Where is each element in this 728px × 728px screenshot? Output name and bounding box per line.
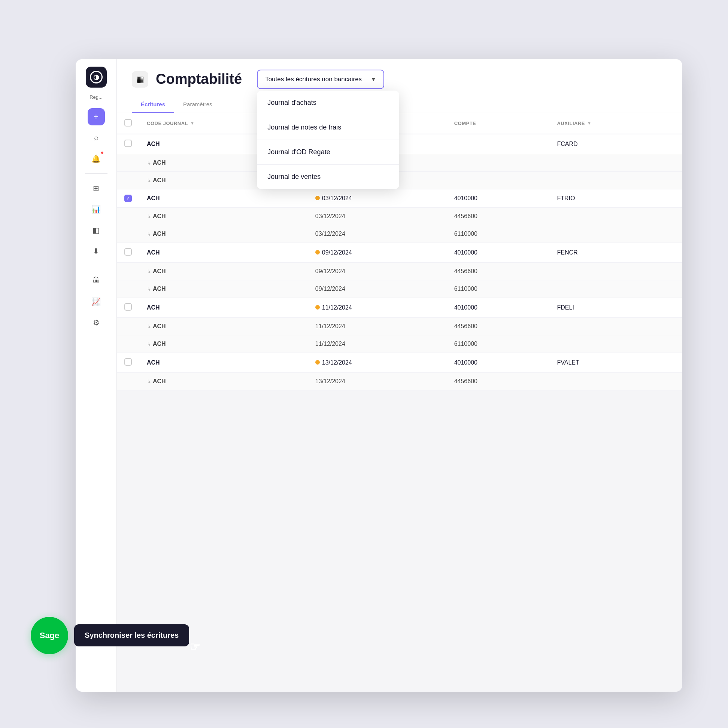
header-top: ▦ Comptabilité Toutes les écritures non … — [132, 70, 667, 89]
row-compte: 4010000 — [447, 243, 550, 262]
row-date: 13/12/2024 — [308, 353, 447, 372]
sage-tooltip-text: Synchroniser les écritures — [84, 631, 179, 639]
filter-dropdown-value: Toutes les écritures non bancaires — [265, 76, 362, 83]
journal-code: ACH — [153, 213, 166, 219]
row-compte: 4456600 — [447, 262, 550, 280]
row-auxiliaire: FTRIO — [549, 189, 682, 207]
table-row: ACHFCARD — [117, 134, 682, 154]
bank-icon: 🏛 — [92, 276, 100, 285]
table-row: ACH09/12/20244010000FENCR — [117, 243, 682, 262]
filter-option-ventes[interactable]: Journal de ventes — [257, 165, 399, 189]
row-compte: 4456600 — [447, 372, 550, 390]
notification-dot — [100, 151, 104, 154]
row-checkbox[interactable] — [124, 303, 132, 310]
journal-code: ACH — [147, 304, 160, 310]
sidebar-item-search[interactable]: ⌕ — [87, 129, 105, 146]
sidebar-item-add[interactable]: + — [87, 108, 105, 125]
row-auxiliaire — [549, 280, 682, 298]
row-date: 11/12/2024 — [308, 335, 447, 353]
row-auxiliaire — [549, 317, 682, 335]
sage-logo-text: Sage — [40, 631, 60, 641]
row-journal: ↳ACH — [139, 280, 308, 298]
select-all-checkbox[interactable] — [124, 119, 132, 127]
row-date: 03/12/2024 — [308, 225, 447, 243]
sage-tooltip[interactable]: Synchroniser les écritures ☞ — [74, 624, 189, 646]
sidebar-item-reports[interactable]: 📈 — [87, 293, 105, 310]
row-compte: 6110000 — [447, 280, 550, 298]
row-checkbox[interactable] — [124, 140, 132, 147]
sub-row-arrow-icon: ↳ — [147, 323, 151, 329]
row-compte — [447, 134, 550, 154]
table-row: ↳ACH11/12/20246110000 — [117, 335, 682, 353]
table-row: ↳ACH — [117, 154, 682, 171]
row-journal: ACH — [139, 243, 308, 262]
status-indicator — [315, 305, 320, 309]
sub-row-arrow-icon: ↳ — [147, 268, 151, 274]
sidebar-item-dashboard[interactable]: ⊞ — [87, 180, 105, 197]
page-title: Comptabilité — [156, 71, 242, 87]
col-auxiliaire[interactable]: AUXILIARE ▼ — [549, 113, 682, 134]
row-checkbox-cell — [117, 225, 139, 243]
row-auxiliaire — [549, 154, 682, 171]
logo-icon: ◑ — [90, 71, 103, 84]
row-date: 13/12/2024 — [308, 372, 447, 390]
row-auxiliaire — [549, 372, 682, 390]
sidebar-item-settings[interactable]: ⚙ — [87, 314, 105, 331]
page-header: ▦ Comptabilité Toutes les écritures non … — [117, 59, 682, 113]
row-auxiliaire — [549, 225, 682, 243]
sub-row-arrow-icon: ↳ — [147, 286, 151, 292]
filter-option-achats[interactable]: Journal d'achats — [257, 90, 399, 115]
row-auxiliaire — [549, 207, 682, 225]
table-row: ↳ACH11/12/20244456600 — [117, 317, 682, 335]
bell-icon: 🔔 — [91, 154, 101, 163]
row-checkbox-cell — [117, 298, 139, 317]
row-auxiliaire: FVALET — [549, 353, 682, 372]
sidebar-item-layers[interactable]: ◧ — [87, 222, 105, 239]
row-compte: 4010000 — [447, 298, 550, 317]
row-journal: ↳ACH — [139, 225, 308, 243]
sidebar-item-bank[interactable]: 🏛 — [87, 272, 105, 289]
journal-code: ACH — [153, 286, 166, 292]
sidebar-item-notifications[interactable]: 🔔 — [87, 150, 105, 167]
row-journal: ↳ACH — [139, 207, 308, 225]
tab-ecritures[interactable]: Écritures — [132, 96, 174, 113]
search-icon: ⌕ — [94, 133, 98, 142]
row-checkbox[interactable] — [124, 358, 132, 366]
filter-option-od[interactable]: Journal d'OD Regate — [257, 140, 399, 165]
filter-dropdown[interactable]: Toutes les écritures non bancaires ▼ Jou… — [257, 70, 384, 89]
row-auxiliaire — [549, 171, 682, 189]
row-compte: 4456600 — [447, 207, 550, 225]
row-date: 03/12/2024 — [308, 189, 447, 207]
row-date: 11/12/2024 — [308, 317, 447, 335]
sub-row-arrow-icon: ↳ — [147, 213, 151, 219]
row-checkbox-cell — [117, 134, 139, 154]
row-checkbox-cell — [117, 262, 139, 280]
table-row: ↳ACH13/12/20244456600 — [117, 372, 682, 390]
sidebar: ◑ Reg... + ⌕ 🔔 ⊞ 📊 ◧ — [76, 59, 117, 692]
row-checkbox[interactable]: ✓ — [124, 195, 132, 202]
status-indicator — [315, 250, 320, 254]
filter-option-notes[interactable]: Journal de notes de frais — [257, 115, 399, 140]
row-checkbox-cell — [117, 335, 139, 353]
row-compte — [447, 154, 550, 171]
dashboard-icon: ⊞ — [93, 184, 99, 193]
sidebar-item-download[interactable]: ⬇ — [87, 243, 105, 260]
col-compte[interactable]: COMPTE — [447, 113, 550, 134]
row-checkbox[interactable] — [124, 248, 132, 255]
table-row: ✓ACH03/12/20244010000FTRIO — [117, 189, 682, 207]
row-checkbox-cell — [117, 154, 139, 171]
charts-icon: 📊 — [91, 205, 101, 214]
row-date: 03/12/2024 — [308, 207, 447, 225]
sub-row-arrow-icon: ↳ — [147, 378, 151, 384]
table-row: ↳ACH03/12/20244456600 — [117, 207, 682, 225]
row-date: 09/12/2024 — [308, 243, 447, 262]
row-date: 11/12/2024 — [308, 298, 447, 317]
sub-row-arrow-icon: ↳ — [147, 160, 151, 166]
row-checkbox-cell — [117, 280, 139, 298]
filter-dropdown-button[interactable]: Toutes les écritures non bancaires ▼ — [257, 70, 384, 89]
row-compte: 6110000 — [447, 225, 550, 243]
status-indicator — [315, 196, 320, 200]
sidebar-item-charts[interactable]: 📊 — [87, 200, 105, 218]
tab-parametres[interactable]: Paramètres — [174, 96, 221, 113]
row-checkbox-cell — [117, 243, 139, 262]
